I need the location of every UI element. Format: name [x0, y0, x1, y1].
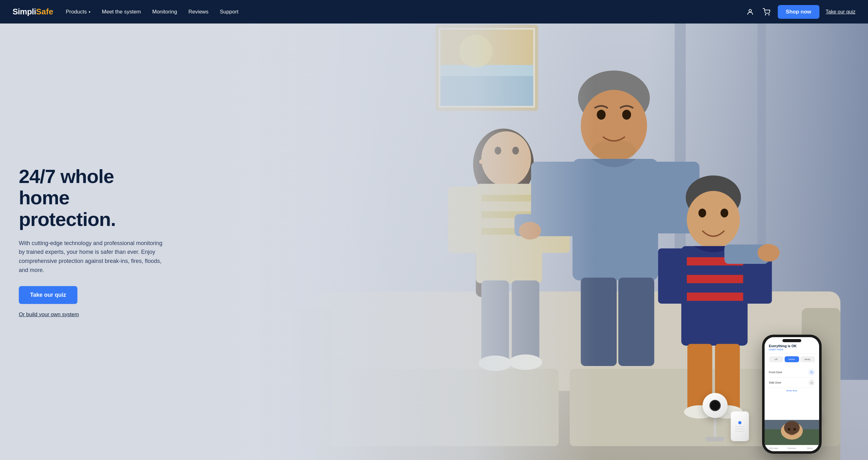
hero-headline: 24/7 whole home protection. — [19, 166, 169, 230]
logo-safe: Safe — [36, 7, 53, 17]
front-door-status-icon: ✎ — [808, 369, 815, 375]
phone-nav-menu[interactable]: Menu — [801, 447, 819, 449]
nav-products[interactable]: Products ▾ — [66, 9, 91, 15]
door-item-side: Side Door ⊘ — [769, 377, 815, 388]
mode-off[interactable]: off — [769, 356, 783, 362]
phone-nav-grid[interactable]: Grid view — [765, 447, 783, 449]
camera-preview — [765, 420, 819, 445]
svg-point-1 — [765, 14, 766, 15]
front-door-label: Front Door — [769, 371, 782, 374]
meet-system-label: Meet the system — [102, 9, 141, 15]
mode-away[interactable]: away — [800, 356, 815, 362]
hero-section: 24/7 whole home protection. With cutting… — [0, 24, 868, 460]
svg-point-69 — [784, 421, 800, 435]
account-icon[interactable] — [745, 7, 755, 17]
svg-point-71 — [794, 428, 796, 431]
nav-links: Products ▾ Meet the system Monitoring Re… — [66, 9, 745, 15]
products-chevron-icon: ▾ — [89, 10, 91, 14]
nav-reviews[interactable]: Reviews — [188, 9, 208, 15]
side-door-status-icon: ⊘ — [808, 379, 815, 386]
base-station-device — [731, 411, 749, 441]
navbar: SimpliSafe Products ▾ Meet the system Mo… — [0, 0, 868, 24]
logo-simpli: Simpli — [12, 7, 36, 17]
monitoring-label: Monitoring — [152, 9, 177, 15]
nav-meet-system[interactable]: Meet the system — [102, 9, 141, 15]
door-item-front: Front Door ✎ — [769, 367, 815, 377]
side-door-label: Side Door — [769, 381, 781, 384]
devices-area: Everything is OK Learn more off home awa… — [693, 132, 825, 460]
nav-support[interactable]: Support — [220, 9, 239, 15]
mode-home[interactable]: home — [785, 356, 799, 362]
svg-point-2 — [769, 14, 769, 15]
hero-content: 24/7 whole home protection. With cutting… — [0, 166, 188, 318]
shop-now-button[interactable]: Shop now — [778, 5, 819, 19]
show-less-text[interactable]: show less — [769, 388, 815, 393]
nav-monitoring[interactable]: Monitoring — [152, 9, 177, 15]
take-quiz-nav-link[interactable]: Take our quiz — [826, 9, 856, 15]
hero-take-quiz-button[interactable]: Take our quiz — [19, 286, 78, 304]
logo[interactable]: SimpliSafe — [12, 7, 53, 17]
nav-actions: Shop now Take our quiz — [745, 5, 856, 19]
support-label: Support — [220, 9, 239, 15]
phone-device: Everything is OK Learn more off home awa… — [762, 335, 822, 454]
phone-nav-bar: Grid view Cameras Menu — [765, 445, 819, 451]
outdoor-camera-device — [703, 393, 727, 441]
app-status-text: Everything is OK — [769, 344, 815, 348]
hero-build-system-link[interactable]: Or build your own system — [19, 311, 169, 318]
svg-point-70 — [788, 428, 790, 431]
app-learn-more[interactable]: Learn more — [769, 348, 815, 351]
cart-icon[interactable] — [762, 7, 772, 17]
svg-point-0 — [749, 9, 751, 12]
reviews-label: Reviews — [188, 9, 208, 15]
products-label: Products — [66, 9, 87, 15]
phone-nav-cameras[interactable]: Cameras — [783, 447, 801, 449]
hero-subtext: With cutting-edge technology and profess… — [19, 239, 169, 275]
